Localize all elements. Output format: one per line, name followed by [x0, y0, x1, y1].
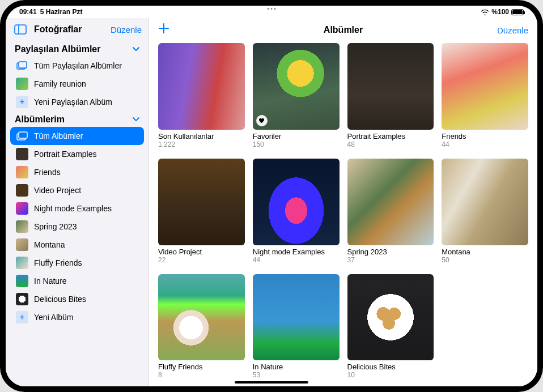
sidebar-item-night-mode[interactable]: Night mode Examples [10, 199, 144, 218]
album-fluffy-friends[interactable]: Fluffy Friends 8 [158, 274, 245, 380]
album-portrait-examples[interactable]: Portrait Examples 48 [347, 43, 434, 148]
sidebar-header: Fotoğraflar Düzenle [6, 18, 149, 39]
shared-albums-icon [16, 59, 28, 72]
chevron-down-icon [133, 45, 139, 53]
screen: 09:41 5 Haziran Pzt %100 [6, 6, 537, 386]
album-count: 53 [253, 371, 340, 379]
album-cover [442, 159, 528, 245]
sidebar-item-label: In Nature [34, 276, 67, 286]
battery-icon [511, 9, 524, 15]
album-count: 10 [347, 371, 434, 379]
album-title: Montana [442, 248, 528, 256]
sidebar-item-label: Delicious Bites [34, 295, 86, 304]
album-cover [442, 43, 528, 130]
sidebar-item-all-shared[interactable]: Tüm Paylaşılan Albümler [10, 57, 144, 75]
album-title: Friends [442, 132, 528, 140]
album-thumbnail [16, 275, 28, 287]
album-title: Son Kullanılanlar [158, 132, 245, 140]
sidebar-item-new-album[interactable]: + Yeni Albüm [10, 308, 144, 326]
album-in-nature[interactable]: In Nature 53 [253, 274, 340, 380]
sidebar-item-label: Tüm Paylaşılan Albümler [34, 61, 122, 70]
sidebar-item-spring-2023[interactable]: Spring 2023 [10, 218, 144, 236]
status-bar: 09:41 5 Haziran Pzt %100 [6, 6, 537, 18]
album-title: Video Project [158, 248, 245, 256]
album-thumbnail [16, 166, 28, 178]
add-icon: + [16, 96, 28, 108]
add-icon: + [16, 311, 28, 323]
sidebar-item-label: Family reunion [34, 79, 86, 88]
sidebar-item-new-shared-album[interactable]: + Yeni Paylaşılan Albüm [10, 93, 144, 111]
album-friends[interactable]: Friends 44 [442, 43, 528, 148]
album-video-project[interactable]: Video Project 22 [158, 159, 245, 264]
album-cover [253, 274, 340, 361]
sidebar-item-label: Spring 2023 [34, 222, 77, 231]
album-count: 44 [442, 140, 528, 148]
album-cover [253, 159, 340, 245]
sidebar-title: Fotoğraflar [34, 24, 105, 35]
album-count: 150 [253, 140, 340, 148]
main-panel: Albümler Düzenle Son Kullanılanlar 1.222 [149, 18, 537, 386]
album-thumbnail [16, 220, 28, 233]
sidebar-item-label: Montana [34, 240, 65, 249]
sidebar-item-montana[interactable]: Montana [10, 236, 144, 254]
svg-rect-0 [15, 25, 26, 34]
album-cover [253, 43, 340, 130]
sidebar-item-portrait-examples[interactable]: Portrait Examples [10, 145, 144, 163]
sidebar-toggle-button[interactable] [12, 23, 28, 36]
album-cover [347, 159, 434, 245]
sidebar-section-my-albums[interactable]: Albümlerim [10, 111, 144, 127]
album-cover [347, 43, 434, 130]
album-cover [158, 43, 245, 130]
album-title: Fluffy Friends [158, 363, 245, 371]
favorite-heart-icon [256, 115, 268, 126]
album-count: 1.222 [158, 140, 245, 148]
status-left: 09:41 5 Haziran Pzt [19, 8, 82, 16]
svg-rect-5 [19, 132, 27, 138]
album-montana[interactable]: Montana 50 [442, 159, 528, 264]
battery-text: %100 [491, 8, 509, 16]
sidebar-item-friends[interactable]: Friends [10, 163, 144, 181]
album-favoriler[interactable]: Favoriler 150 [253, 43, 340, 148]
multitask-dots[interactable] [268, 8, 276, 10]
sidebar-item-delicious-bites[interactable]: Delicious Bites [10, 290, 144, 308]
status-time: 09:41 [19, 8, 37, 16]
album-thumbnail [16, 184, 28, 197]
album-cover [158, 159, 245, 245]
album-thumbnail [16, 148, 28, 160]
album-title: Portrait Examples [347, 132, 434, 140]
sidebar-item-label: Night mode Examples [34, 204, 112, 213]
album-thumbnail [16, 78, 28, 90]
album-son-kullanilanlar[interactable]: Son Kullanılanlar 1.222 [158, 43, 245, 148]
album-count: 48 [347, 140, 434, 148]
sidebar-icon [14, 24, 27, 35]
album-title: Favoriler [253, 132, 340, 140]
home-indicator[interactable] [235, 381, 308, 384]
album-delicious-bites[interactable]: Delicious Bites 10 [347, 274, 434, 380]
sidebar-item-in-nature[interactable]: In Nature [10, 272, 144, 290]
album-night-mode[interactable]: Night mode Examples 44 [253, 159, 340, 264]
sidebar-section-shared[interactable]: Paylaşılan Albümler [10, 41, 144, 57]
albums-grid[interactable]: Son Kullanılanlar 1.222 Favoriler 150 [149, 41, 537, 386]
main-header: Albümler Düzenle [149, 18, 537, 41]
album-cover [158, 274, 245, 361]
album-title: Delicious Bites [347, 363, 434, 371]
album-count: 8 [158, 371, 245, 379]
album-thumbnail [16, 257, 28, 269]
sidebar-scroll[interactable]: Paylaşılan Albümler Tüm Paylaşılan Albüm… [6, 39, 149, 386]
sidebar-item-video-project[interactable]: Video Project [10, 181, 144, 199]
sidebar-item-fluffy-friends[interactable]: Fluffy Friends [10, 254, 144, 272]
sidebar-item-all-albums[interactable]: Tüm Albümler [10, 127, 144, 145]
album-thumbnail [16, 293, 28, 305]
sidebar-item-family-reunion[interactable]: Family reunion [10, 75, 144, 93]
page-title: Albümler [324, 25, 363, 35]
add-album-button[interactable] [158, 23, 174, 37]
album-thumbnail [16, 202, 28, 215]
album-title: In Nature [253, 363, 340, 371]
sidebar-item-label: Video Project [34, 186, 81, 195]
chevron-down-icon [133, 116, 139, 123]
sidebar-edit-button[interactable]: Düzenle [111, 25, 142, 35]
sidebar-item-label: Tüm Albümler [34, 131, 83, 140]
main-edit-button[interactable]: Düzenle [497, 25, 528, 35]
albums-stack-icon [16, 130, 28, 142]
album-spring-2023[interactable]: Spring 2023 37 [347, 159, 434, 264]
